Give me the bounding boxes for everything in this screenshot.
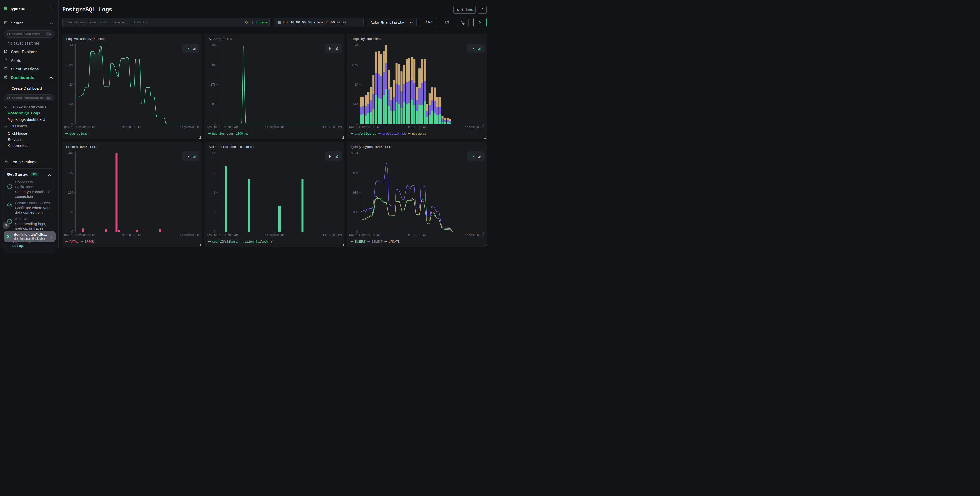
svg-text:255: 255 (210, 63, 215, 67)
svg-text:11:00:00 AM: 11:00:00 AM (122, 126, 141, 129)
svg-text:600: 600 (353, 191, 358, 195)
svg-text:11:00:00 AM: 11:00:00 AM (265, 234, 284, 237)
svg-text:500: 500 (68, 103, 73, 106)
svg-text:120: 120 (68, 191, 73, 195)
svg-text:1.2K: 1.2K (351, 152, 358, 155)
svg-text:11:00:00 AM: 11:00:00 AM (265, 126, 284, 129)
svg-text:11:30:00 PM: 11:30:00 PM (323, 234, 342, 237)
svg-text:UPDATE: UPDATE (388, 240, 399, 244)
svg-text:Nov 10 12:00:00 AM: Nov 10 12:00:00 AM (349, 126, 380, 129)
svg-text:170: 170 (210, 83, 215, 87)
svg-text:postgres: postgres (412, 132, 426, 136)
svg-text:FATAL: FATAL (70, 240, 78, 244)
svg-text:1K: 1K (355, 83, 358, 87)
svg-text:6: 6 (214, 191, 216, 195)
svg-text:3: 3 (214, 211, 216, 214)
svg-text:11:30:00 PM: 11:30:00 PM (465, 126, 484, 129)
svg-text:Nov 10 12:00:00 AM: Nov 10 12:00:00 AM (349, 234, 380, 237)
svg-text:Nov 10 12:00:00 AM: Nov 10 12:00:00 AM (64, 126, 95, 129)
svg-text:Log volume: Log volume (70, 132, 88, 136)
svg-text:240: 240 (68, 152, 73, 155)
svg-text:SELECT: SELECT (372, 240, 383, 244)
svg-text:analytics_db: analytics_db (355, 132, 377, 136)
svg-text:Nov 10 12:00:00 AM: Nov 10 12:00:00 AM (64, 234, 95, 237)
svg-text:1.5K: 1.5K (351, 63, 358, 67)
svg-text:9: 9 (214, 171, 216, 175)
svg-text:11:30:00 PM: 11:30:00 PM (465, 234, 484, 237)
svg-text:Nov 10 12:00:00 AM: Nov 10 12:00:00 AM (207, 126, 238, 129)
svg-text:300: 300 (353, 211, 358, 214)
svg-text:180: 180 (68, 171, 73, 175)
svg-text:11:00:00 AM: 11:00:00 AM (407, 126, 426, 129)
svg-text:Queries over 1000 ms: Queries over 1000 ms (212, 132, 248, 136)
svg-text:0: 0 (214, 230, 216, 234)
svg-text:Nov 10 12:00:00 AM: Nov 10 12:00:00 AM (207, 234, 238, 237)
svg-text:1.5K: 1.5K (66, 63, 73, 67)
svg-text:0: 0 (71, 122, 73, 126)
svg-text:11:00:00 AM: 11:00:00 AM (122, 234, 141, 237)
svg-text:11:30:00 PM: 11:30:00 PM (180, 126, 199, 129)
svg-text:11:30:00 PM: 11:30:00 PM (180, 234, 199, 237)
svg-text:0: 0 (356, 230, 358, 234)
svg-text:2K: 2K (355, 44, 358, 47)
svg-text:340: 340 (210, 44, 215, 47)
svg-text:12: 12 (212, 152, 216, 155)
svg-text:11:00:00 AM: 11:00:00 AM (407, 234, 426, 237)
svg-text:900: 900 (353, 171, 358, 175)
svg-text:2K: 2K (70, 44, 73, 47)
svg-text:60: 60 (70, 211, 73, 214)
svg-text:0: 0 (71, 230, 73, 234)
svg-text:ERROR: ERROR (85, 240, 94, 244)
svg-text:500: 500 (353, 103, 358, 106)
svg-text:countIf(like(arr..ation failed: countIf(like(arr..ation failed%')) (212, 240, 274, 244)
svg-text:85: 85 (212, 103, 216, 106)
svg-text:11:30:00 PM: 11:30:00 PM (323, 126, 342, 129)
svg-text:production_db: production_db (382, 132, 406, 136)
svg-text:INSERT: INSERT (355, 240, 366, 244)
svg-text:0: 0 (214, 122, 216, 126)
svg-text:1K: 1K (70, 83, 73, 87)
svg-text:0: 0 (356, 122, 358, 126)
